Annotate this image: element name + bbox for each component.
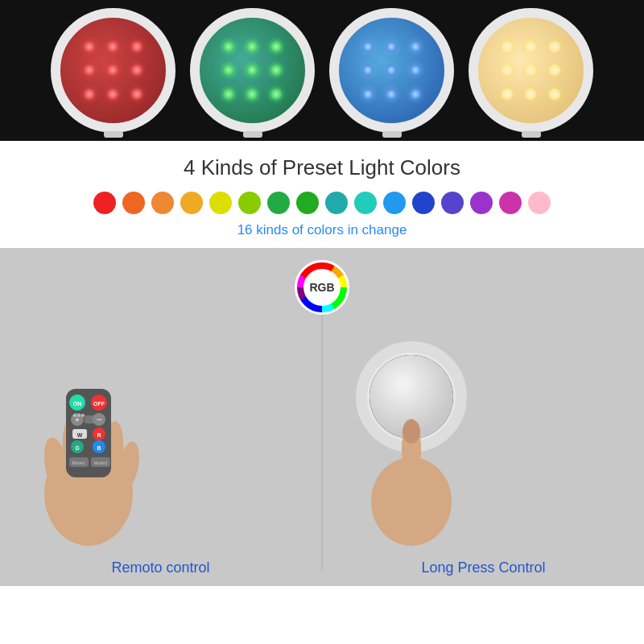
color-swatch-3 [180, 192, 203, 214]
svg-text:Mode1: Mode1 [72, 460, 86, 465]
svg-text:ON: ON [73, 401, 82, 407]
svg-text:B: B [97, 445, 101, 451]
svg-text:Mode2: Mode2 [94, 460, 108, 465]
led [107, 64, 118, 76]
hand-remote-illustration: ON OFF + − W R G B Mode1 [8, 324, 169, 550]
led [107, 89, 118, 100]
led [502, 41, 513, 52]
led [84, 89, 95, 100]
subtitle: 16 kinds of colors in change [16, 222, 628, 238]
led [223, 41, 234, 52]
color-swatch-5 [238, 192, 261, 214]
hand-touch-illustration [331, 324, 492, 550]
led [410, 41, 421, 52]
preset-title: 4 Kinds of Preset Light Colors [16, 155, 628, 180]
color-swatch-15 [528, 192, 551, 214]
light-puck-red [51, 8, 175, 133]
svg-point-15 [77, 414, 80, 417]
svg-point-16 [81, 414, 85, 417]
led [502, 64, 513, 76]
left-section-label: Remoto control [0, 559, 321, 576]
led [549, 64, 560, 76]
led [362, 64, 374, 76]
middle-section: 4 Kinds of Preset Light Colors 16 kinds … [0, 141, 644, 248]
light-puck-warm [469, 8, 593, 133]
led [246, 89, 258, 100]
led-grid-red [81, 39, 146, 103]
led [84, 41, 95, 52]
led [410, 64, 421, 76]
color-swatch-7 [296, 192, 319, 214]
led [131, 89, 142, 100]
color-swatch-2 [151, 192, 174, 214]
color-swatch-13 [470, 192, 493, 214]
led [246, 64, 258, 76]
led [131, 64, 142, 76]
top-lights-section [0, 0, 644, 141]
color-swatch-11 [412, 192, 435, 214]
led [246, 41, 258, 52]
rgb-badge: RGB [295, 260, 349, 315]
led [386, 64, 397, 76]
led [362, 41, 374, 52]
color-swatch-9 [354, 192, 377, 214]
led-grid-blue [360, 39, 424, 103]
bottom-section: RGB ON OFF + [0, 248, 644, 586]
color-swatch-12 [441, 192, 464, 214]
color-swatch-4 [209, 192, 232, 214]
color-swatch-10 [383, 192, 406, 214]
light-puck-green [190, 8, 315, 133]
svg-point-14 [73, 414, 76, 417]
led [270, 41, 282, 52]
led [386, 41, 397, 52]
color-swatch-6 [267, 192, 290, 214]
led [525, 41, 536, 52]
light-puck-blue [329, 8, 454, 133]
led [525, 64, 536, 76]
led [410, 89, 421, 100]
led [131, 41, 142, 52]
led [223, 64, 234, 76]
led [502, 89, 513, 100]
color-swatch-0 [93, 192, 116, 214]
led [270, 64, 282, 76]
remote-control-panel: ON OFF + − W R G B Mode1 [0, 248, 321, 586]
svg-text:G: G [75, 445, 80, 451]
led [549, 41, 560, 52]
led [223, 89, 234, 100]
led [107, 41, 118, 52]
led-grid-green [221, 39, 285, 103]
led [270, 89, 282, 100]
led [386, 89, 397, 100]
color-swatch-1 [122, 192, 145, 214]
svg-point-38 [402, 419, 420, 444]
svg-text:OFF: OFF [93, 401, 105, 407]
color-swatch-14 [499, 192, 522, 214]
svg-text:W: W [77, 432, 83, 438]
rgb-label: RGB [303, 269, 341, 306]
led [549, 89, 560, 100]
color-swatch-8 [325, 192, 348, 214]
led [362, 89, 374, 100]
svg-text:−: − [96, 414, 101, 425]
color-swatches [16, 192, 628, 214]
led-grid-warm [499, 39, 564, 103]
led [525, 89, 536, 100]
led [84, 64, 95, 76]
touch-control-panel: Long Press Control [323, 248, 644, 586]
svg-text:R: R [97, 432, 101, 438]
right-section-label: Long Press Control [323, 559, 644, 576]
